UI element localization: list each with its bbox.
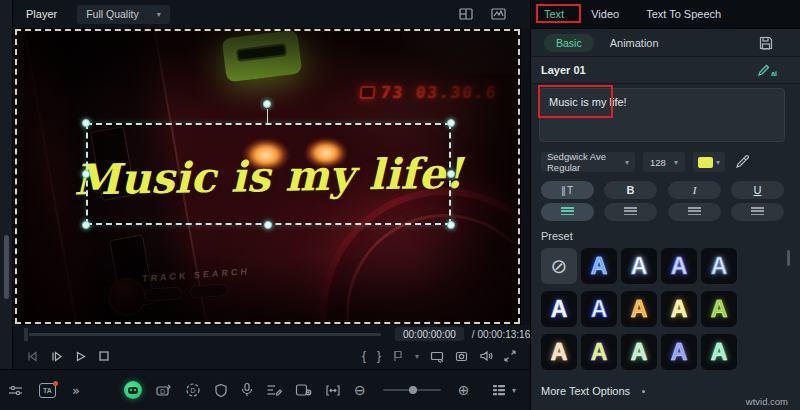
preset-label: Preset — [541, 230, 573, 242]
italic-button[interactable]: I — [668, 181, 721, 199]
quality-select[interactable]: Full Quality ▾ — [77, 5, 170, 24]
resize-handle-tl[interactable] — [82, 119, 90, 127]
expand-more-icon[interactable]: » — [72, 383, 80, 398]
preset-style[interactable]: A — [541, 291, 577, 327]
zoom-out-icon[interactable]: ⊖ — [354, 382, 366, 398]
preset-style[interactable]: A — [661, 334, 697, 370]
align-justify-button[interactable] — [731, 203, 784, 221]
preset-letter: A — [591, 341, 608, 364]
ai-assistant-icon[interactable] — [124, 381, 142, 399]
tab-text-to-speech[interactable]: Text To Speech — [646, 8, 721, 20]
rotation-stem — [267, 109, 268, 123]
resize-handle-bc[interactable] — [264, 221, 272, 229]
preset-style[interactable]: A — [581, 334, 617, 370]
more-text-options[interactable]: More Text Options — [541, 385, 645, 397]
tab-video[interactable]: Video — [591, 8, 619, 20]
align-left-button[interactable] — [541, 203, 594, 221]
preset-style[interactable]: A — [701, 334, 737, 370]
track-manager-dropdown-icon[interactable]: ▾ — [512, 386, 516, 395]
player-header: Player Full Quality ▾ — [14, 0, 530, 28]
resize-handle-mr[interactable] — [447, 170, 455, 178]
save-template-icon[interactable] — [759, 36, 773, 50]
font-family-select[interactable]: Sedgwick Ave Regular ▾ — [541, 152, 635, 172]
preset-grid: ⊘AAAAAAAAAAAAAA — [541, 248, 751, 370]
preset-style[interactable]: A — [581, 248, 617, 284]
eyedropper-icon[interactable] — [735, 154, 749, 169]
track-manager-icon[interactable] — [492, 383, 506, 397]
underline-button[interactable]: U — [731, 181, 784, 199]
fullscreen-icon[interactable] — [504, 350, 516, 362]
marker-icon[interactable] — [392, 350, 404, 362]
ai-pencil-icon[interactable]: ai — [757, 64, 777, 77]
mask-icon[interactable] — [214, 383, 228, 398]
zoom-in-icon[interactable]: ⊕ — [458, 382, 470, 398]
align-center-button[interactable] — [604, 203, 657, 221]
total-duration: / 00:00:13:16 — [472, 329, 530, 340]
preset-style[interactable]: A — [701, 248, 737, 284]
subtab-animation[interactable]: Animation — [610, 37, 659, 49]
preset-letter: A — [671, 341, 688, 364]
multi-view-icon[interactable] — [459, 7, 473, 21]
marker-dropdown-icon[interactable]: ▾ — [415, 352, 419, 361]
resize-handle-bl[interactable] — [82, 221, 90, 229]
vertical-text-button[interactable]: ∥T — [541, 181, 594, 199]
text-selection-box[interactable] — [86, 123, 451, 225]
seek-bar[interactable] — [29, 333, 381, 336]
watermark: wtvid.com — [746, 396, 788, 407]
scopes-icon[interactable] — [491, 7, 506, 21]
left-scrollbar-thumb[interactable] — [4, 235, 9, 299]
mark-in-icon[interactable]: { — [362, 349, 366, 363]
auto-draft-icon[interactable]: D — [185, 382, 201, 398]
preset-letter: A — [711, 255, 728, 278]
preset-style[interactable]: A — [621, 248, 657, 284]
volume-icon[interactable] — [479, 350, 493, 362]
next-frame-icon[interactable] — [50, 350, 63, 363]
zoom-slider-thumb[interactable] — [409, 386, 417, 394]
preset-letter: A — [711, 341, 728, 364]
font-color-select[interactable]: ▾ — [693, 152, 725, 172]
previous-frame-icon[interactable] — [26, 350, 39, 363]
text-to-audio-icon[interactable]: TA — [39, 383, 56, 398]
preset-letter: A — [551, 298, 568, 321]
video-editor-window: Player Full Quality ▾ — [0, 0, 800, 410]
align-right-button[interactable] — [668, 203, 721, 221]
resize-handle-tr[interactable] — [447, 119, 455, 127]
screen-record-icon[interactable] — [295, 383, 312, 397]
preset-style[interactable]: A — [541, 334, 577, 370]
video-preview[interactable]: 73 03.30.6 TRACK SEARCH Music is my life… — [14, 28, 521, 325]
mark-out-icon[interactable]: } — [377, 349, 381, 363]
zoom-slider[interactable] — [383, 389, 441, 391]
auto-caption-icon[interactable] — [266, 383, 282, 397]
preset-letter: A — [711, 298, 728, 321]
speed-ramp-icon[interactable]: D — [155, 383, 172, 398]
preset-style[interactable]: A — [581, 291, 617, 327]
font-color-swatch-inner — [698, 157, 713, 168]
snapshot-icon[interactable] — [455, 350, 468, 362]
preset-style[interactable]: A — [621, 334, 657, 370]
tab-text[interactable]: Text — [544, 8, 564, 20]
subtab-basic[interactable]: Basic — [544, 34, 594, 52]
preset-style[interactable]: A — [661, 291, 697, 327]
layer-row[interactable]: Layer 01 ai — [531, 56, 800, 84]
svg-text:D: D — [191, 387, 196, 394]
play-icon[interactable] — [74, 350, 87, 363]
auto-ripple-icon[interactable] — [325, 384, 341, 397]
bold-button[interactable]: B — [604, 181, 657, 199]
preset-style[interactable]: A — [701, 291, 737, 327]
resize-handle-br[interactable] — [447, 221, 455, 229]
preset-style[interactable]: A — [661, 248, 697, 284]
timeline-toolbar: TA » D D ⊖ — [0, 369, 530, 410]
stop-icon[interactable] — [98, 350, 110, 362]
preset-letter: A — [631, 341, 648, 364]
panel-scrollbar-thumb[interactable] — [787, 250, 790, 266]
rotate-handle[interactable] — [263, 100, 271, 108]
adjust-sliders-icon[interactable] — [8, 384, 23, 397]
text-input[interactable]: Music is my life! — [539, 88, 785, 142]
resize-handle-ml[interactable] — [82, 170, 90, 178]
preset-none[interactable]: ⊘ — [541, 248, 577, 284]
font-size-select[interactable]: 128 ▾ — [643, 152, 685, 172]
chevron-down-icon: ▾ — [157, 10, 161, 19]
record-voiceover-icon[interactable] — [241, 382, 253, 398]
play-on-device-icon[interactable] — [430, 350, 444, 363]
preset-style[interactable]: A — [621, 291, 657, 327]
